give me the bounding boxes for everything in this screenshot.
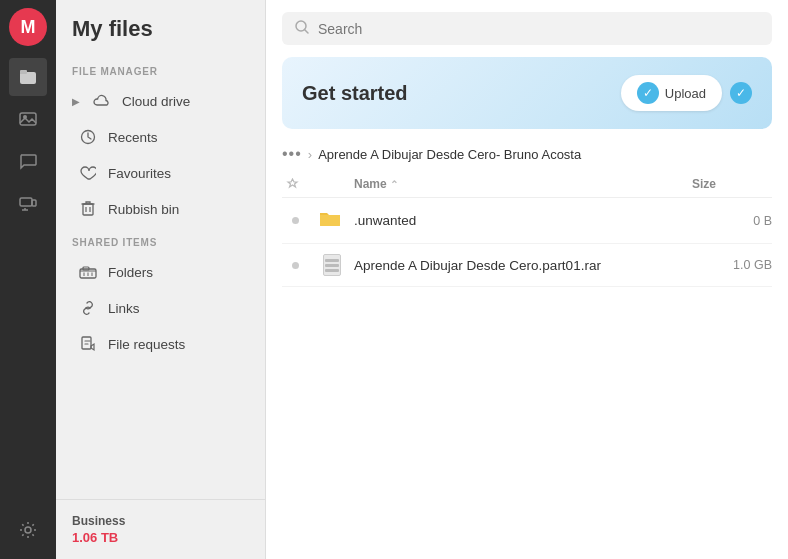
file-size: 1.0 GB [692, 258, 772, 272]
breadcrumb: ••• › Aprende A Dibujar Desde Cero- Brun… [266, 141, 788, 171]
upload-check-icon: ✓ [637, 82, 659, 104]
icon-rail: M [0, 0, 56, 559]
storage-value: 1.06 TB [72, 530, 249, 545]
rail-files-icon[interactable] [9, 58, 47, 96]
link-icon [78, 298, 98, 318]
banner-check-icon: ✓ [730, 82, 752, 104]
upload-label: Upload [665, 86, 706, 101]
file-manager-label: FILE MANAGER [56, 56, 265, 83]
svg-rect-1 [20, 70, 27, 74]
links-label: Links [108, 301, 140, 316]
breadcrumb-separator: › [308, 147, 312, 162]
table-header: Name ⌃ Size [282, 171, 772, 198]
file-requests-label: File requests [108, 337, 185, 352]
business-label: Business [72, 514, 249, 528]
sidebar-item-favourites[interactable]: Favourites [62, 155, 259, 191]
row-dot [292, 262, 299, 269]
heart-icon [78, 163, 98, 183]
sidebar-item-links[interactable]: Links [62, 290, 259, 326]
upload-button[interactable]: ✓ Upload [621, 75, 722, 111]
rubbish-bin-label: Rubbish bin [108, 202, 179, 217]
file-requests-icon [78, 334, 98, 354]
th-name: Name ⌃ [354, 177, 684, 191]
svg-rect-18 [82, 337, 91, 349]
search-bar [266, 0, 788, 57]
file-size: 0 B [692, 214, 772, 228]
search-icon [294, 19, 310, 38]
sidebar: My files FILE MANAGER ▶ Cloud drive Rece… [56, 0, 266, 559]
sidebar-item-recents[interactable]: Recents [62, 119, 259, 155]
banner-title: Get started [302, 82, 408, 105]
rail-settings-icon[interactable] [9, 511, 47, 549]
clock-icon [78, 127, 98, 147]
svg-rect-4 [20, 198, 32, 206]
cloud-drive-label: Cloud drive [122, 94, 190, 109]
sidebar-item-rubbish-bin[interactable]: Rubbish bin [62, 191, 259, 227]
favourites-label: Favourites [108, 166, 171, 181]
svg-rect-2 [20, 113, 36, 125]
svg-line-20 [305, 30, 309, 34]
folders-icon [78, 262, 98, 282]
rail-image-icon[interactable] [9, 100, 47, 138]
rail-chat-icon[interactable] [9, 142, 47, 180]
file-name: Aprende A Dibujar Desde Cero.part01.rar [354, 258, 684, 273]
app-logo[interactable]: M [9, 8, 47, 46]
search-input-wrap[interactable] [282, 12, 772, 45]
search-input[interactable] [318, 21, 760, 37]
sidebar-footer: Business 1.06 TB [56, 499, 265, 559]
breadcrumb-dots[interactable]: ••• [282, 145, 302, 163]
sidebar-item-file-requests[interactable]: File requests [62, 326, 259, 362]
cloud-icon [92, 91, 112, 111]
svg-rect-10 [83, 204, 93, 215]
archive-icon [318, 254, 346, 276]
recents-label: Recents [108, 130, 158, 145]
shared-items-label: SHARED ITEMS [56, 227, 265, 254]
chevron-right-icon: ▶ [72, 96, 80, 107]
file-table: Name ⌃ Size .unwanted 0 B [266, 171, 788, 559]
sidebar-title: My files [56, 16, 265, 56]
row-dot [292, 217, 299, 224]
th-size: Size [692, 177, 772, 191]
folders-label: Folders [108, 265, 153, 280]
rail-devices-icon[interactable] [9, 184, 47, 222]
sidebar-item-folders[interactable]: Folders [62, 254, 259, 290]
main-content: Get started ✓ Upload ✓ ••• › Aprende A D… [266, 0, 788, 559]
get-started-banner: Get started ✓ Upload ✓ [282, 57, 772, 129]
table-row[interactable]: .unwanted 0 B [282, 198, 772, 244]
trash-icon [78, 199, 98, 219]
banner-actions: ✓ Upload ✓ [621, 75, 752, 111]
sidebar-item-cloud-drive[interactable]: ▶ Cloud drive [62, 83, 259, 119]
th-fav [286, 178, 310, 190]
breadcrumb-current: Aprende A Dibujar Desde Cero- Bruno Acos… [318, 147, 581, 162]
folder-icon [318, 208, 346, 233]
table-row[interactable]: Aprende A Dibujar Desde Cero.part01.rar … [282, 244, 772, 287]
file-name: .unwanted [354, 213, 684, 228]
sort-arrow: ⌃ [390, 179, 398, 190]
svg-point-8 [25, 527, 31, 533]
svg-rect-5 [32, 200, 36, 206]
